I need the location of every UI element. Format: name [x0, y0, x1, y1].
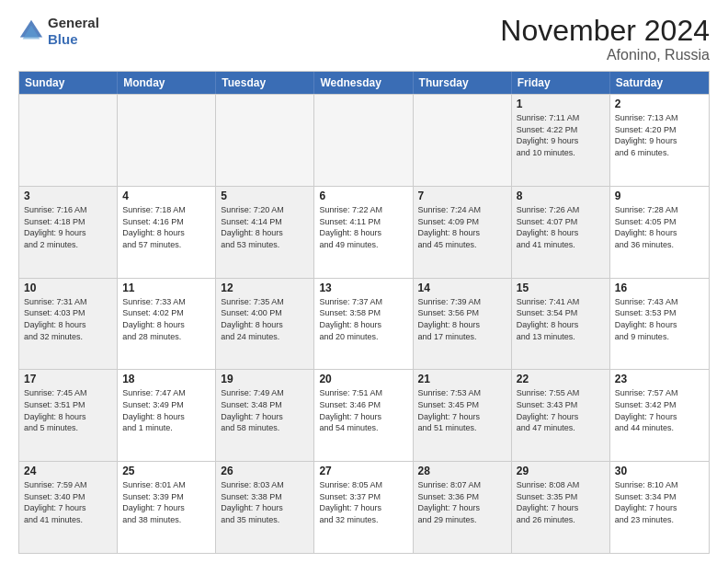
- calendar-cell: 16Sunrise: 7:43 AM Sunset: 3:53 PM Dayli…: [610, 279, 709, 370]
- cell-info: Sunrise: 7:33 AM Sunset: 4:02 PM Dayligh…: [122, 296, 210, 342]
- calendar-cell: 26Sunrise: 8:03 AM Sunset: 3:38 PM Dayli…: [216, 462, 314, 553]
- page: General Blue November 2024 Afonino, Russ…: [0, 0, 728, 563]
- header: General Blue November 2024 Afonino, Russ…: [18, 15, 710, 63]
- subtitle: Afonino, Russia: [500, 47, 710, 63]
- calendar-cell: 11Sunrise: 7:33 AM Sunset: 4:02 PM Dayli…: [118, 279, 216, 370]
- calendar-cell: [414, 95, 512, 186]
- cell-info: Sunrise: 7:59 AM Sunset: 3:40 PM Dayligh…: [24, 479, 112, 525]
- calendar-header-cell: Tuesday: [216, 72, 314, 94]
- calendar: SundayMondayTuesdayWednesdayThursdayFrid…: [18, 71, 710, 554]
- cell-info: Sunrise: 7:51 AM Sunset: 3:46 PM Dayligh…: [319, 387, 407, 433]
- day-number: 28: [418, 465, 506, 477]
- logo-icon: [18, 18, 44, 44]
- calendar-cell: [19, 95, 118, 186]
- day-number: 17: [24, 373, 112, 385]
- day-number: 10: [24, 282, 112, 294]
- calendar-header-cell: Thursday: [414, 72, 512, 94]
- cell-info: Sunrise: 7:20 AM Sunset: 4:14 PM Dayligh…: [221, 204, 309, 250]
- calendar-cell: 13Sunrise: 7:37 AM Sunset: 3:58 PM Dayli…: [314, 279, 413, 370]
- day-number: 20: [319, 373, 407, 385]
- day-number: 22: [517, 373, 605, 385]
- day-number: 13: [319, 282, 407, 294]
- day-number: 14: [418, 282, 506, 294]
- day-number: 12: [221, 282, 309, 294]
- cell-info: Sunrise: 7:53 AM Sunset: 3:45 PM Dayligh…: [418, 387, 506, 433]
- day-number: 9: [615, 190, 704, 202]
- calendar-cell: 21Sunrise: 7:53 AM Sunset: 3:45 PM Dayli…: [414, 370, 512, 461]
- calendar-cell: 4Sunrise: 7:18 AM Sunset: 4:16 PM Daylig…: [118, 187, 216, 278]
- day-number: 1: [517, 98, 605, 110]
- calendar-row: 10Sunrise: 7:31 AM Sunset: 4:03 PM Dayli…: [19, 278, 709, 370]
- day-number: 30: [615, 465, 704, 477]
- day-number: 26: [221, 465, 309, 477]
- day-number: 18: [122, 373, 210, 385]
- day-number: 23: [615, 373, 704, 385]
- cell-info: Sunrise: 8:03 AM Sunset: 3:38 PM Dayligh…: [221, 479, 309, 525]
- calendar-cell: 25Sunrise: 8:01 AM Sunset: 3:39 PM Dayli…: [118, 462, 216, 553]
- calendar-row: 1Sunrise: 7:11 AM Sunset: 4:22 PM Daylig…: [19, 94, 709, 186]
- calendar-cell: 9Sunrise: 7:28 AM Sunset: 4:05 PM Daylig…: [610, 187, 709, 278]
- cell-info: Sunrise: 7:49 AM Sunset: 3:48 PM Dayligh…: [221, 387, 309, 433]
- calendar-row: 17Sunrise: 7:45 AM Sunset: 3:51 PM Dayli…: [19, 369, 709, 461]
- cell-info: Sunrise: 8:10 AM Sunset: 3:34 PM Dayligh…: [615, 479, 704, 525]
- cell-info: Sunrise: 7:45 AM Sunset: 3:51 PM Dayligh…: [24, 387, 112, 433]
- day-number: 5: [221, 190, 309, 202]
- calendar-cell: 27Sunrise: 8:05 AM Sunset: 3:37 PM Dayli…: [314, 462, 413, 553]
- calendar-cell: [216, 95, 314, 186]
- cell-info: Sunrise: 7:37 AM Sunset: 3:58 PM Dayligh…: [319, 296, 407, 342]
- day-number: 25: [122, 465, 210, 477]
- calendar-header-cell: Wednesday: [314, 72, 413, 94]
- calendar-header-cell: Saturday: [610, 72, 709, 94]
- calendar-cell: 23Sunrise: 7:57 AM Sunset: 3:42 PM Dayli…: [610, 370, 709, 461]
- day-number: 27: [319, 465, 407, 477]
- calendar-cell: 14Sunrise: 7:39 AM Sunset: 3:56 PM Dayli…: [414, 279, 512, 370]
- calendar-cell: 24Sunrise: 7:59 AM Sunset: 3:40 PM Dayli…: [19, 462, 118, 553]
- day-number: 15: [517, 282, 605, 294]
- cell-info: Sunrise: 7:41 AM Sunset: 3:54 PM Dayligh…: [517, 296, 605, 342]
- calendar-cell: 1Sunrise: 7:11 AM Sunset: 4:22 PM Daylig…: [512, 95, 610, 186]
- calendar-header-cell: Friday: [512, 72, 610, 94]
- cell-info: Sunrise: 7:47 AM Sunset: 3:49 PM Dayligh…: [122, 387, 210, 433]
- main-title: November 2024: [500, 15, 710, 47]
- cell-info: Sunrise: 7:28 AM Sunset: 4:05 PM Dayligh…: [615, 204, 704, 250]
- day-number: 16: [615, 282, 704, 294]
- cell-info: Sunrise: 8:05 AM Sunset: 3:37 PM Dayligh…: [319, 479, 407, 525]
- calendar-cell: 17Sunrise: 7:45 AM Sunset: 3:51 PM Dayli…: [19, 370, 118, 461]
- day-number: 6: [319, 190, 407, 202]
- cell-info: Sunrise: 7:24 AM Sunset: 4:09 PM Dayligh…: [418, 204, 506, 250]
- day-number: 3: [24, 190, 112, 202]
- day-number: 21: [418, 373, 506, 385]
- calendar-cell: 20Sunrise: 7:51 AM Sunset: 3:46 PM Dayli…: [314, 370, 413, 461]
- calendar-header-cell: Sunday: [19, 72, 118, 94]
- calendar-cell: 22Sunrise: 7:55 AM Sunset: 3:43 PM Dayli…: [512, 370, 610, 461]
- calendar-cell: 15Sunrise: 7:41 AM Sunset: 3:54 PM Dayli…: [512, 279, 610, 370]
- cell-info: Sunrise: 7:55 AM Sunset: 3:43 PM Dayligh…: [517, 387, 605, 433]
- calendar-cell: 12Sunrise: 7:35 AM Sunset: 4:00 PM Dayli…: [216, 279, 314, 370]
- calendar-header-cell: Monday: [118, 72, 216, 94]
- calendar-cell: 8Sunrise: 7:26 AM Sunset: 4:07 PM Daylig…: [512, 187, 610, 278]
- day-number: 29: [517, 465, 605, 477]
- calendar-cell: 19Sunrise: 7:49 AM Sunset: 3:48 PM Dayli…: [216, 370, 314, 461]
- day-number: 11: [122, 282, 210, 294]
- cell-info: Sunrise: 7:57 AM Sunset: 3:42 PM Dayligh…: [615, 387, 704, 433]
- calendar-cell: 30Sunrise: 8:10 AM Sunset: 3:34 PM Dayli…: [610, 462, 709, 553]
- cell-info: Sunrise: 7:11 AM Sunset: 4:22 PM Dayligh…: [517, 112, 605, 158]
- cell-info: Sunrise: 7:13 AM Sunset: 4:20 PM Dayligh…: [615, 112, 704, 158]
- calendar-cell: 10Sunrise: 7:31 AM Sunset: 4:03 PM Dayli…: [19, 279, 118, 370]
- cell-info: Sunrise: 7:22 AM Sunset: 4:11 PM Dayligh…: [319, 204, 407, 250]
- calendar-cell: 29Sunrise: 8:08 AM Sunset: 3:35 PM Dayli…: [512, 462, 610, 553]
- cell-info: Sunrise: 7:39 AM Sunset: 3:56 PM Dayligh…: [418, 296, 506, 342]
- calendar-body: 1Sunrise: 7:11 AM Sunset: 4:22 PM Daylig…: [19, 94, 709, 553]
- day-number: 7: [418, 190, 506, 202]
- logo: General Blue: [18, 15, 99, 48]
- cell-info: Sunrise: 7:26 AM Sunset: 4:07 PM Dayligh…: [517, 204, 605, 250]
- cell-info: Sunrise: 7:18 AM Sunset: 4:16 PM Dayligh…: [122, 204, 210, 250]
- day-number: 24: [24, 465, 112, 477]
- calendar-row: 3Sunrise: 7:16 AM Sunset: 4:18 PM Daylig…: [19, 186, 709, 278]
- day-number: 2: [615, 98, 704, 110]
- day-number: 19: [221, 373, 309, 385]
- calendar-cell: 6Sunrise: 7:22 AM Sunset: 4:11 PM Daylig…: [314, 187, 413, 278]
- calendar-cell: 5Sunrise: 7:20 AM Sunset: 4:14 PM Daylig…: [216, 187, 314, 278]
- calendar-header: SundayMondayTuesdayWednesdayThursdayFrid…: [19, 72, 709, 94]
- calendar-cell: 28Sunrise: 8:07 AM Sunset: 3:36 PM Dayli…: [414, 462, 512, 553]
